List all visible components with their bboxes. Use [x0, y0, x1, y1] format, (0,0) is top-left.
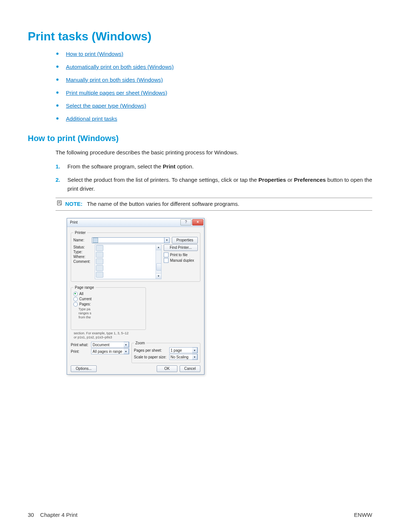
- section-intro: The following procedure describes the ba…: [56, 148, 372, 157]
- chevron-down-icon: ▼: [124, 342, 129, 348]
- chevron-down-icon: ▼: [192, 354, 197, 360]
- status-label: Status:: [73, 245, 92, 249]
- step-2-bold-1: Properties: [259, 177, 286, 183]
- pages-per-sheet-select[interactable]: 1 page ▼: [169, 347, 198, 353]
- toc-link-additional-tasks[interactable]: Additional print tasks: [66, 116, 117, 122]
- dialog-titlebar: Print ? ×: [67, 218, 204, 227]
- range-hint-3: from the: [79, 315, 143, 319]
- close-button[interactable]: ×: [192, 219, 203, 225]
- step-2: Select the product from the list of prin…: [56, 175, 372, 193]
- manual-duplex-label: Manual duplex: [170, 258, 194, 262]
- page-title: Print tasks (Windows): [28, 30, 372, 43]
- note-text: The name of the button varies for differ…: [87, 200, 240, 208]
- cancel-button[interactable]: Cancel: [180, 365, 200, 372]
- printer-list-icon: [96, 265, 103, 271]
- properties-button[interactable]: Properties: [172, 237, 198, 244]
- print-select[interactable]: All pages in range ▼: [91, 348, 129, 354]
- printer-list-icon: [96, 272, 103, 278]
- toc-link-manual-both-sides[interactable]: Manually print on both sides (Windows): [66, 77, 163, 83]
- step-2-bold-2: Preferences: [294, 177, 326, 183]
- note-label: NOTE:: [65, 200, 83, 208]
- find-printer-button[interactable]: Find Printer...: [164, 244, 198, 251]
- range-current-radio[interactable]: [73, 297, 78, 301]
- pages-per-sheet-value: 1 page: [171, 348, 193, 352]
- print-label: Print:: [71, 349, 91, 354]
- chevron-down-icon: ▼: [124, 348, 129, 354]
- range-hint-5: or p1s1, p1s2, p1s3–p8s3: [74, 335, 146, 339]
- toc-list: How to print (Windows) Automatically pri…: [56, 50, 372, 123]
- manual-duplex-checkbox[interactable]: [164, 258, 169, 263]
- scale-to-paper-value: No Scaling: [171, 355, 193, 359]
- print-what-value: Document: [93, 343, 124, 347]
- range-current-label: Current: [79, 297, 91, 301]
- range-pages-radio[interactable]: [73, 302, 78, 307]
- page-range-label: Page range: [73, 285, 96, 290]
- toc-link-multiple-per-sheet[interactable]: Print multiple pages per sheet (Windows): [66, 90, 167, 96]
- ok-button[interactable]: OK: [157, 365, 177, 372]
- print-dialog: Print ? × Printer Name: ▼ Properties: [67, 218, 204, 375]
- printer-icon: [93, 238, 98, 243]
- printer-name-dropdown-btn[interactable]: ▼: [164, 237, 170, 243]
- step-1: From the software program, select the Pr…: [56, 162, 372, 171]
- pages-per-sheet-label: Pages per sheet:: [134, 348, 169, 352]
- scroll-down-icon[interactable]: ▼: [156, 273, 161, 279]
- printer-list-icon: [96, 258, 103, 264]
- range-pages-label: Pages:: [79, 302, 91, 306]
- step-1-text-a: From the software program, select the: [67, 163, 163, 170]
- step-2-text-a: Select the product from the list of prin…: [67, 177, 259, 183]
- printer-group-label: Printer: [73, 231, 87, 235]
- where-label: Where:: [73, 255, 92, 259]
- print-to-file-label: Print to file: [170, 253, 187, 257]
- step-1-bold: Print: [163, 163, 176, 170]
- range-all-label: All: [79, 292, 83, 296]
- print-what-select[interactable]: Document ▼: [91, 342, 129, 348]
- range-hint-1: Type pa: [79, 307, 143, 311]
- steps-list: From the software program, select the Pr…: [56, 162, 372, 193]
- print-value: All pages in range: [93, 349, 124, 354]
- page-range-group: Page range All Current Pages: Type pa ra…: [71, 285, 146, 330]
- step-1-text-c: option.: [176, 163, 194, 170]
- range-all-radio[interactable]: [73, 292, 78, 296]
- chevron-down-icon: ▼: [192, 347, 197, 353]
- footer-lang: ENWW: [354, 512, 372, 518]
- printer-group: Printer Name: ▼ Properties Status:: [71, 231, 200, 282]
- chapter-label: Chapter 4 Print: [40, 512, 77, 518]
- page-footer: 30 Chapter 4 Print ENWW: [28, 512, 372, 518]
- note-icon: [56, 200, 64, 209]
- type-label: Type:: [73, 250, 92, 254]
- note-block: NOTE: The name of the button varies for …: [56, 198, 372, 211]
- help-button[interactable]: ?: [180, 219, 191, 225]
- dialog-title: Print: [70, 220, 78, 224]
- range-hint-4: section. For example, type 1, 3, 5–12: [74, 331, 146, 335]
- zoom-group: Zoom Pages per sheet: 1 page ▼ Scale to …: [131, 341, 201, 363]
- scale-to-paper-label: Scale to paper size:: [134, 355, 169, 359]
- print-to-file-checkbox[interactable]: [164, 252, 169, 257]
- step-2-text-c: or: [286, 177, 294, 183]
- toc-link-auto-both-sides[interactable]: Automatically print on both sides (Windo…: [66, 64, 174, 70]
- printer-name-select[interactable]: [92, 237, 164, 243]
- comment-label: Comment:: [73, 260, 92, 264]
- scale-to-paper-select[interactable]: No Scaling ▼: [169, 354, 198, 360]
- printer-list-scrollbar[interactable]: ▲ ▼: [156, 245, 161, 279]
- toc-link-how-to-print[interactable]: How to print (Windows): [66, 51, 123, 57]
- printer-list-icon: [96, 252, 103, 258]
- name-label: Name:: [73, 238, 92, 242]
- toc-link-select-paper-type[interactable]: Select the paper type (Windows): [66, 103, 146, 109]
- options-button[interactable]: Options...: [71, 365, 97, 372]
- print-what-label: Print what:: [71, 343, 91, 347]
- printer-list-icon: [96, 245, 103, 251]
- range-hint-2: ranges s: [79, 311, 143, 315]
- scroll-up-icon[interactable]: ▲: [156, 245, 161, 250]
- printer-list[interactable]: ▲ ▼: [95, 244, 161, 279]
- scroll-thumb[interactable]: [156, 263, 161, 271]
- zoom-group-label: Zoom: [134, 341, 147, 345]
- section-title: How to print (Windows): [28, 134, 372, 143]
- page-number: 30: [28, 512, 34, 518]
